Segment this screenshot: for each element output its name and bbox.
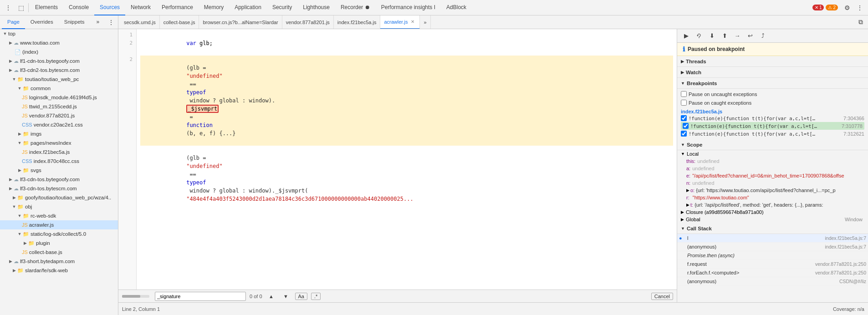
file-tab-collect-base[interactable]: collect-base.js: [160, 15, 199, 29]
file-tab-secsdk[interactable]: secsdk.umd.js: [120, 15, 160, 29]
match-case-btn[interactable]: Aa: [295, 293, 307, 300]
tab-performance[interactable]: Performance: [156, 0, 199, 15]
tree-item-lf1cdn[interactable]: ▶ ☁ lf1-cdn-tos.bytegoofy.com: [0, 56, 118, 66]
step-into-btn[interactable]: ⬇: [706, 30, 717, 41]
tree-item-lf3cdn2[interactable]: ▶ ☁ lf3-cdn2-tos.bytescm.com: [0, 66, 118, 75]
tab-console[interactable]: Console: [63, 0, 94, 15]
tab-memory[interactable]: Memory: [199, 0, 229, 15]
bp2-line: 7:310778: [842, 123, 863, 129]
callstack-item-anon2[interactable]: (anonymous) CSDN@#/liz: [677, 277, 868, 286]
file-tab-vendor877[interactable]: vendor.877a8201.js: [282, 15, 334, 29]
tab-page[interactable]: Page: [2, 15, 25, 29]
tab-performance-insights[interactable]: Performance insights I: [376, 0, 441, 15]
scope-o[interactable]: ▶ o: {url: 'https://www.toutiao.com/api/…: [686, 187, 868, 194]
tree-item-pages-newsindex[interactable]: ▼ 📁 pages/newsIndex: [0, 138, 118, 147]
breakpoints-section-header[interactable]: ▼ Breakpoints: [677, 78, 868, 89]
search-prev-btn[interactable]: ▲: [266, 291, 277, 302]
bp3-checkbox[interactable]: [681, 131, 687, 137]
error-badge[interactable]: ✕ 1: [812, 5, 824, 10]
scope-closure-header[interactable]: ▶ Closure (a99d8596674b8a971a00): [677, 208, 868, 216]
pause-uncaught-checkbox[interactable]: [681, 91, 687, 97]
tree-item-toutiao[interactable]: ▶ ☁ www.toutiao.com: [0, 38, 118, 47]
pause-uncaught-label[interactable]: Pause on uncaught exceptions: [681, 91, 864, 97]
resume-btn[interactable]: ▶: [681, 30, 692, 41]
dont-pause-exceptions-btn[interactable]: ⤴: [757, 30, 768, 41]
deactivate-breakpoints-btn[interactable]: ↩: [745, 30, 756, 41]
bp2-checkbox[interactable]: [683, 123, 689, 129]
scope-section-header[interactable]: ▼ Scope: [677, 139, 868, 150]
tab-security[interactable]: Security: [267, 0, 297, 15]
threads-section-header[interactable]: ▶ Threads: [677, 56, 868, 67]
tree-item-lf3cdn-bytescm[interactable]: ▶ ☁ lf3-cdn-tos.bytescm.com: [0, 184, 118, 193]
tree-item-rc-web-sdk[interactable]: ▼ 📁 rc-web-sdk: [0, 211, 118, 220]
code-search-box[interactable]: [155, 292, 246, 301]
tree-item-ttwid[interactable]: JS ttwid_m.2155cedd.js: [0, 102, 118, 111]
callstack-section-header[interactable]: ▼ Call Stack: [677, 223, 868, 234]
tab-recorder[interactable]: Recorder ⏺: [335, 0, 376, 15]
watch-section-header[interactable]: ▶ Watch: [677, 67, 868, 78]
close-tab-acrawler[interactable]: ✕: [409, 19, 416, 25]
scope-t[interactable]: ▶ t: {url: '/api/pc/list/feed', method: …: [686, 201, 868, 208]
tab-overrides[interactable]: Overrides: [25, 15, 59, 29]
tree-item-index870[interactable]: CSS index.870c48cc.css: [0, 157, 118, 166]
tree-item-toutiao-web-pc[interactable]: ▼ 📁 toutiao/toutiao_web_pc: [0, 75, 118, 84]
code-lines[interactable]: var glb; (glb = "undefined" == typeof wi…: [137, 29, 677, 290]
warn-badge[interactable]: ⚠ 2: [826, 5, 838, 10]
callstack-item-l[interactable]: ● l index.f21bec5a.js:7: [677, 234, 868, 243]
file-tab-browser[interactable]: browser.cn.js?b...alName=Slardar: [199, 15, 282, 29]
kebab-menu-icon[interactable]: ⋮: [106, 17, 116, 27]
scope-n: n: undefined: [686, 179, 868, 187]
callstack-item-frequest[interactable]: f.request vendor.877a8201.js:250: [677, 260, 868, 269]
tree-item-svgs[interactable]: ▶ 📁 svgs: [0, 166, 118, 175]
file-tab-acrawler[interactable]: acrawler.js ✕: [380, 15, 420, 29]
tab-network[interactable]: Network: [125, 0, 156, 15]
more-options-icon[interactable]: ⋮: [853, 1, 866, 14]
search-next-btn[interactable]: ▼: [281, 291, 291, 302]
tree-item-vendor877[interactable]: JS vendor.877a8201.js: [0, 111, 118, 120]
tab-lighthouse[interactable]: Lighthouse: [297, 0, 335, 15]
callstack-item-rforeach[interactable]: r.forEach.f.<computed> vendor.877a8201.j…: [677, 269, 868, 277]
tab-application[interactable]: Application: [229, 0, 267, 15]
more-file-tabs-btn[interactable]: »: [420, 15, 430, 29]
split-editor-icon[interactable]: ⧉: [855, 17, 866, 28]
settings-icon[interactable]: ⚙: [841, 1, 853, 14]
tree-item-obj[interactable]: ▼ 📁 obj: [0, 202, 118, 211]
file-tab-indexf21[interactable]: index.f21bec5a.js: [334, 15, 381, 29]
tree-item-acrawler[interactable]: JS acrawler.js: [0, 220, 118, 229]
tree-item-common[interactable]: ▼ 📁 common: [0, 84, 118, 93]
cancel-search-btn[interactable]: Cancel: [651, 293, 673, 300]
pause-caught-label[interactable]: Pause on caught exceptions: [681, 100, 864, 106]
tree-item-slardar-fe[interactable]: ▶ 📁 slardar/fe/sdk-web: [0, 266, 118, 275]
search-input[interactable]: [157, 294, 244, 299]
tree-item-lf3short[interactable]: ▶ ☁ lf3-short.bytedapm.com: [0, 257, 118, 266]
regex-btn[interactable]: .*: [311, 293, 321, 300]
devtools-menu-icon[interactable]: ⋮: [2, 1, 15, 14]
bp1-checkbox[interactable]: [681, 115, 687, 121]
tab-adblock[interactable]: AdBlock: [441, 0, 472, 15]
scope-global-header[interactable]: ▶ Global Window: [677, 216, 868, 223]
step-btn[interactable]: →: [732, 30, 743, 41]
tree-item-imgs[interactable]: ▶ 📁 imgs: [0, 129, 118, 138]
tree-item-static-log-sdk[interactable]: ▼ 📁 static/log-sdk/collect/5.0: [0, 229, 118, 239]
step-out-btn[interactable]: ⬆: [719, 30, 730, 41]
tree-item-top[interactable]: ▼ top: [0, 29, 118, 38]
tree-item-collect-base[interactable]: JS collect-base.js: [0, 248, 118, 257]
tab-snippets[interactable]: Snippets: [59, 15, 90, 29]
pause-caught-checkbox[interactable]: [681, 100, 687, 106]
scope-val-r: "https://www.toutiao.com": [691, 195, 749, 200]
more-tabs-btn[interactable]: »: [91, 15, 105, 30]
callstack-item-anon[interactable]: (anonymous) index.f21bec5a.js:7: [677, 243, 868, 251]
tree-item-loginsdk[interactable]: JS loginsdk_module.4619f4d5.js: [0, 93, 118, 102]
callstack-item-promise[interactable]: Promise.then (async): [677, 251, 868, 260]
tree-item-index[interactable]: 📄 (index): [0, 47, 118, 56]
tree-item-indexf21[interactable]: JS index.f21bec5a.js: [0, 147, 118, 157]
tree-item-goofy[interactable]: ▶ 📁 goofy/toutiao/toutiao_web_pc/wza/4..: [0, 193, 118, 202]
tab-elements[interactable]: Elements: [30, 0, 63, 15]
scope-local-header[interactable]: ▼ Local: [677, 150, 868, 158]
tree-item-lf3cdn-goofy[interactable]: ▶ ☁ lf3-cdn-tos.bytegoofy.com: [0, 175, 118, 184]
step-over-btn[interactable]: [694, 30, 705, 41]
dock-icon[interactable]: ⬚: [15, 1, 27, 14]
tree-item-plugin[interactable]: ▶ 📁 plugin: [0, 239, 118, 248]
tab-sources[interactable]: Sources: [94, 0, 125, 15]
tree-item-vendorc20[interactable]: CSS vendor.c20ac2e1.css: [0, 120, 118, 129]
